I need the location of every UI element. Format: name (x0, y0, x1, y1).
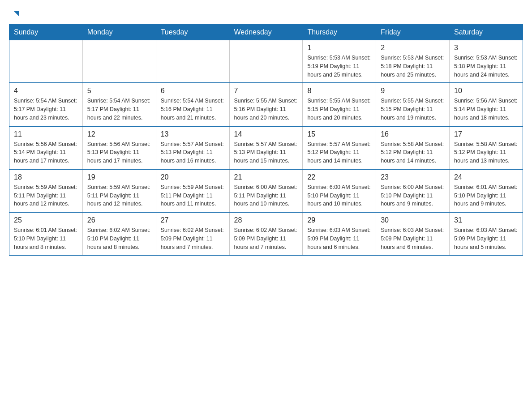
calendar-day-cell: 25Sunrise: 6:01 AM Sunset: 5:10 PM Dayli… (9, 212, 83, 255)
day-of-week-header: Friday (376, 25, 450, 40)
day-info: Sunrise: 5:59 AM Sunset: 5:11 PM Dayligh… (14, 183, 78, 208)
calendar-day-cell: 30Sunrise: 6:03 AM Sunset: 5:09 PM Dayli… (376, 212, 450, 255)
calendar-header-row: SundayMondayTuesdayWednesdayThursdayFrid… (9, 25, 523, 40)
svg-marker-0 (13, 11, 19, 16)
day-number: 11 (14, 130, 78, 138)
calendar-day-cell: 22Sunrise: 6:00 AM Sunset: 5:10 PM Dayli… (303, 169, 376, 212)
day-info: Sunrise: 5:56 AM Sunset: 5:14 PM Dayligh… (14, 140, 78, 165)
day-number: 19 (87, 173, 151, 181)
logo (9, 9, 21, 20)
calendar-day-cell: 28Sunrise: 6:02 AM Sunset: 5:09 PM Dayli… (229, 212, 303, 255)
day-info: Sunrise: 5:55 AM Sunset: 5:15 PM Dayligh… (381, 97, 445, 122)
day-info: Sunrise: 5:54 AM Sunset: 5:16 PM Dayligh… (161, 97, 225, 122)
day-of-week-header: Tuesday (156, 25, 229, 40)
calendar-day-cell: 1Sunrise: 5:53 AM Sunset: 5:19 PM Daylig… (303, 40, 376, 83)
day-info: Sunrise: 6:00 AM Sunset: 5:11 PM Dayligh… (234, 183, 298, 208)
calendar-day-cell (229, 40, 303, 83)
day-number: 31 (454, 216, 518, 224)
calendar-day-cell: 31Sunrise: 6:03 AM Sunset: 5:09 PM Dayli… (450, 212, 523, 255)
day-info: Sunrise: 5:55 AM Sunset: 5:15 PM Dayligh… (307, 97, 371, 122)
day-of-week-header: Saturday (450, 25, 523, 40)
day-info: Sunrise: 5:59 AM Sunset: 5:11 PM Dayligh… (161, 183, 225, 208)
day-number: 25 (14, 216, 78, 224)
calendar-day-cell: 3Sunrise: 5:53 AM Sunset: 5:18 PM Daylig… (450, 40, 523, 83)
calendar-day-cell: 20Sunrise: 5:59 AM Sunset: 5:11 PM Dayli… (156, 169, 229, 212)
day-number: 27 (161, 216, 225, 224)
day-info: Sunrise: 5:57 AM Sunset: 5:12 PM Dayligh… (307, 140, 371, 165)
day-info: Sunrise: 5:57 AM Sunset: 5:13 PM Dayligh… (161, 140, 225, 165)
day-number: 3 (454, 44, 518, 52)
day-number: 23 (381, 173, 445, 181)
day-info: Sunrise: 6:02 AM Sunset: 5:09 PM Dayligh… (161, 226, 225, 251)
day-info: Sunrise: 5:53 AM Sunset: 5:18 PM Dayligh… (454, 54, 518, 79)
calendar-day-cell: 13Sunrise: 5:57 AM Sunset: 5:13 PM Dayli… (156, 126, 229, 169)
calendar-day-cell: 23Sunrise: 6:00 AM Sunset: 5:10 PM Dayli… (376, 169, 450, 212)
calendar-day-cell: 21Sunrise: 6:00 AM Sunset: 5:11 PM Dayli… (229, 169, 303, 212)
logo-arrow-icon (11, 9, 21, 21)
day-of-week-header: Sunday (9, 25, 83, 40)
day-info: Sunrise: 5:58 AM Sunset: 5:12 PM Dayligh… (381, 140, 445, 165)
day-number: 14 (234, 130, 298, 138)
day-of-week-header: Monday (82, 25, 156, 40)
day-info: Sunrise: 6:00 AM Sunset: 5:10 PM Dayligh… (307, 183, 371, 208)
day-info: Sunrise: 6:01 AM Sunset: 5:10 PM Dayligh… (14, 226, 78, 251)
day-number: 9 (381, 87, 445, 95)
day-number: 7 (234, 87, 298, 95)
calendar-week-row: 1Sunrise: 5:53 AM Sunset: 5:19 PM Daylig… (9, 40, 523, 83)
calendar-week-row: 11Sunrise: 5:56 AM Sunset: 5:14 PM Dayli… (9, 126, 523, 169)
day-info: Sunrise: 6:02 AM Sunset: 5:10 PM Dayligh… (87, 226, 151, 251)
day-number: 21 (234, 173, 298, 181)
day-of-week-header: Wednesday (229, 25, 303, 40)
calendar-day-cell: 27Sunrise: 6:02 AM Sunset: 5:09 PM Dayli… (156, 212, 229, 255)
day-number: 10 (454, 87, 518, 95)
calendar-day-cell: 19Sunrise: 5:59 AM Sunset: 5:11 PM Dayli… (82, 169, 156, 212)
day-info: Sunrise: 6:01 AM Sunset: 5:10 PM Dayligh… (454, 183, 518, 208)
day-number: 24 (454, 173, 518, 181)
day-info: Sunrise: 6:03 AM Sunset: 5:09 PM Dayligh… (454, 226, 518, 251)
day-number: 17 (454, 130, 518, 138)
day-number: 13 (161, 130, 225, 138)
calendar-day-cell: 2Sunrise: 5:53 AM Sunset: 5:18 PM Daylig… (376, 40, 450, 83)
calendar-day-cell: 5Sunrise: 5:54 AM Sunset: 5:17 PM Daylig… (82, 83, 156, 126)
calendar-day-cell (156, 40, 229, 83)
day-number: 22 (307, 173, 371, 181)
day-info: Sunrise: 5:57 AM Sunset: 5:13 PM Dayligh… (234, 140, 298, 165)
day-info: Sunrise: 6:03 AM Sunset: 5:09 PM Dayligh… (381, 226, 445, 251)
calendar-day-cell: 8Sunrise: 5:55 AM Sunset: 5:15 PM Daylig… (303, 83, 376, 126)
day-number: 2 (381, 44, 445, 52)
calendar-day-cell: 6Sunrise: 5:54 AM Sunset: 5:16 PM Daylig… (156, 83, 229, 126)
day-number: 6 (161, 87, 225, 95)
day-number: 12 (87, 130, 151, 138)
page-header (9, 9, 523, 20)
calendar-day-cell: 17Sunrise: 5:58 AM Sunset: 5:12 PM Dayli… (450, 126, 523, 169)
day-info: Sunrise: 6:00 AM Sunset: 5:10 PM Dayligh… (381, 183, 445, 208)
day-number: 16 (381, 130, 445, 138)
calendar-day-cell: 29Sunrise: 6:03 AM Sunset: 5:09 PM Dayli… (303, 212, 376, 255)
day-of-week-header: Thursday (303, 25, 376, 40)
calendar-day-cell: 18Sunrise: 5:59 AM Sunset: 5:11 PM Dayli… (9, 169, 83, 212)
day-number: 18 (14, 173, 78, 181)
day-info: Sunrise: 5:53 AM Sunset: 5:19 PM Dayligh… (307, 54, 371, 79)
calendar-day-cell: 9Sunrise: 5:55 AM Sunset: 5:15 PM Daylig… (376, 83, 450, 126)
day-info: Sunrise: 6:02 AM Sunset: 5:09 PM Dayligh… (234, 226, 298, 251)
day-info: Sunrise: 6:03 AM Sunset: 5:09 PM Dayligh… (307, 226, 371, 251)
day-number: 4 (14, 87, 78, 95)
day-info: Sunrise: 5:54 AM Sunset: 5:17 PM Dayligh… (87, 97, 151, 122)
day-info: Sunrise: 5:58 AM Sunset: 5:12 PM Dayligh… (454, 140, 518, 165)
calendar-week-row: 4Sunrise: 5:54 AM Sunset: 5:17 PM Daylig… (9, 83, 523, 126)
calendar-day-cell (82, 40, 156, 83)
day-number: 5 (87, 87, 151, 95)
day-info: Sunrise: 5:56 AM Sunset: 5:13 PM Dayligh… (87, 140, 151, 165)
day-number: 8 (307, 87, 371, 95)
calendar-day-cell: 24Sunrise: 6:01 AM Sunset: 5:10 PM Dayli… (450, 169, 523, 212)
calendar-table: SundayMondayTuesdayWednesdayThursdayFrid… (9, 24, 523, 256)
day-number: 20 (161, 173, 225, 181)
calendar-day-cell: 4Sunrise: 5:54 AM Sunset: 5:17 PM Daylig… (9, 83, 83, 126)
calendar-day-cell: 10Sunrise: 5:56 AM Sunset: 5:14 PM Dayli… (450, 83, 523, 126)
day-number: 29 (307, 216, 371, 224)
calendar-day-cell: 14Sunrise: 5:57 AM Sunset: 5:13 PM Dayli… (229, 126, 303, 169)
calendar-day-cell (9, 40, 83, 83)
day-info: Sunrise: 5:56 AM Sunset: 5:14 PM Dayligh… (454, 97, 518, 122)
day-number: 1 (307, 44, 371, 52)
calendar-week-row: 25Sunrise: 6:01 AM Sunset: 5:10 PM Dayli… (9, 212, 523, 255)
